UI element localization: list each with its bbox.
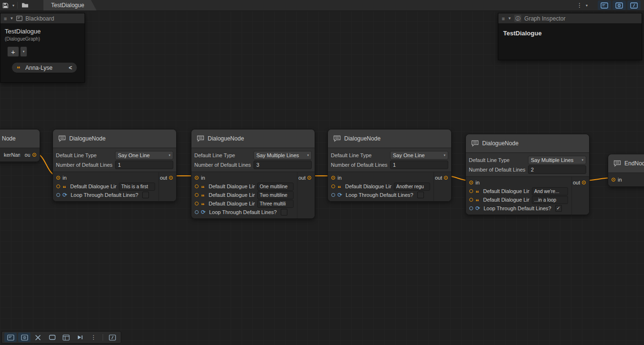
dialogue-line-port[interactable]: [469, 198, 473, 202]
lines-count-field[interactable]: 3: [253, 161, 312, 169]
dialogue-line-label: Default Dialogue Line 1: [483, 188, 529, 194]
dialogue-node-3[interactable]: DialogueNode Default Line Type Say One L…: [327, 129, 452, 202]
play-preview-button[interactable]: [74, 333, 86, 342]
line-type-value: Say One Line: [118, 152, 150, 158]
inspector-graph-name: TestDialogue: [503, 30, 637, 37]
output-port[interactable]: [169, 176, 173, 180]
dialogue-line-field[interactable]: This is a first: [119, 183, 155, 191]
node-header[interactable]: DialogueNode: [53, 129, 176, 148]
line-type-dropdown[interactable]: Say Multiple Lines ▾: [253, 151, 312, 160]
line-type-dropdown[interactable]: Say One Line ▾: [115, 151, 173, 160]
node-header[interactable]: DialogueNode: [191, 129, 315, 148]
chevron-left-icon[interactable]: <: [69, 65, 72, 71]
add-variable-dropdown[interactable]: ▾: [20, 46, 27, 57]
inspector-header[interactable]: ≡ ▼ ⓘ Graph Inspector: [498, 13, 642, 24]
dropdown-arrow-icon: ▾: [443, 153, 445, 157]
dialogue-node-2[interactable]: DialogueNode Default Line Type Say Multi…: [191, 129, 315, 219]
plus-icon: +: [11, 48, 15, 56]
lines-count-field[interactable]: 1: [390, 161, 448, 169]
input-port[interactable]: [56, 176, 60, 180]
node-header[interactable]: DialogueNode: [466, 134, 589, 153]
node-header[interactable]: DialogueNode: [328, 129, 451, 148]
node-header[interactable]: Node: [0, 129, 40, 148]
loop-label: Loop Through Default Lines?: [71, 192, 138, 198]
hamburger-icon[interactable]: ≡: [502, 16, 505, 22]
save-dropdown-button[interactable]: ▾: [11, 0, 16, 11]
loop-checkbox[interactable]: ✓: [555, 205, 562, 212]
lines-count-field[interactable]: 2: [528, 165, 586, 174]
in-port-label: in: [338, 175, 342, 181]
loop-port[interactable]: [469, 206, 473, 210]
dialogue-line-port[interactable]: [56, 184, 60, 188]
line-type-label: Default Line Type: [194, 152, 253, 158]
blackboard-header[interactable]: ≡ ▼ Blackboard: [0, 13, 84, 24]
speaker-node[interactable]: Node kerName out: [0, 129, 40, 162]
overflow-menu-button[interactable]: ⋮ ▾: [572, 2, 591, 9]
dialogue-line-field[interactable]: Two multiline: [257, 191, 294, 199]
end-node[interactable]: EndNode in: [608, 154, 644, 187]
blackboard-icon: [16, 16, 22, 21]
output-port[interactable]: [582, 181, 586, 184]
field-name: Anna-Lyse: [25, 65, 53, 71]
blackboard-field-anna-lyse[interactable]: “ Anna-Lyse <: [11, 62, 77, 73]
dialogue-line-field[interactable]: One multiline: [257, 183, 294, 191]
frame-selection-button[interactable]: [46, 333, 58, 342]
string-type-icon: “: [201, 196, 206, 198]
output-port[interactable]: [307, 176, 311, 180]
dialogue-node-1[interactable]: DialogueNode Default Line Type Say One L…: [53, 129, 177, 202]
loop-checkbox[interactable]: [142, 192, 149, 198]
line-type-dropdown[interactable]: Say One Line ▾: [390, 151, 448, 160]
tools-button[interactable]: [32, 333, 44, 342]
dialogue-node-4[interactable]: DialogueNode Default Line Type Say Multi…: [465, 134, 590, 215]
input-port[interactable]: [331, 176, 335, 180]
collapse-triangle-icon[interactable]: ▼: [507, 16, 511, 21]
line-type-dropdown[interactable]: Say Multiple Lines ▾: [528, 156, 586, 164]
input-port[interactable]: [612, 178, 615, 182]
toggle-inspector-button[interactable]: [18, 333, 31, 342]
toggle-inspector-button[interactable]: [612, 0, 626, 10]
dialogue-line-port[interactable]: [331, 184, 335, 188]
node-header[interactable]: EndNode: [608, 154, 644, 173]
loop-checkbox[interactable]: [417, 192, 424, 198]
lines-count-field[interactable]: 1: [115, 161, 173, 169]
dialogue-line-port[interactable]: [195, 184, 199, 188]
add-variable-button[interactable]: +: [7, 46, 19, 57]
dialogue-line-field[interactable]: And we're...: [532, 187, 568, 195]
line-type-label: Default Line Type: [331, 152, 390, 158]
open-folder-button[interactable]: [19, 0, 31, 11]
dialogue-line-port[interactable]: [469, 189, 473, 193]
toggle-blackboard-button[interactable]: [4, 333, 17, 342]
loop-port[interactable]: [56, 193, 60, 197]
dialogue-line-field[interactable]: ...in a loop: [532, 196, 568, 204]
dialogue-line-port[interactable]: [195, 202, 199, 205]
output-port[interactable]: [32, 153, 36, 157]
in-port-label: in: [63, 175, 67, 181]
input-port[interactable]: [469, 181, 473, 184]
dialogue-line-field[interactable]: Another regu: [394, 183, 430, 191]
toggle-blackboard-button[interactable]: [598, 0, 611, 10]
code-panel-icon: [109, 334, 116, 341]
blackboard-icon: [7, 334, 14, 341]
loop-checkbox[interactable]: [281, 209, 287, 216]
loop-port[interactable]: [331, 193, 335, 197]
collapse-triangle-icon[interactable]: ▼: [10, 16, 13, 21]
dialogue-line-port[interactable]: [195, 193, 199, 197]
top-toolbar: ▾ TestDialogue ⋮ ▾: [0, 0, 644, 11]
line-type-value: Say Multiple Lines: [256, 152, 299, 158]
output-port[interactable]: [444, 176, 448, 180]
tab-testdialogue[interactable]: TestDialogue: [43, 0, 96, 11]
blackboard-body: TestDialogue (DialogueGraph) + ▾ “ Anna-…: [0, 24, 84, 73]
toggle-preview-button[interactable]: [627, 0, 641, 10]
input-port[interactable]: [195, 176, 199, 180]
code-preview-button[interactable]: [106, 333, 118, 342]
save-button[interactable]: [0, 0, 11, 11]
dialogue-line-label: Default Dialogue Line: [345, 183, 391, 189]
loop-port[interactable]: [195, 210, 199, 214]
panel-layout-button[interactable]: [60, 333, 72, 342]
string-type-icon: “: [17, 68, 22, 70]
lines-count-label: Number of Default Lines: [56, 162, 115, 168]
dialogue-line-label: Default Dialogue Line 2: [483, 197, 529, 203]
dialogue-line-field[interactable]: Three multili: [257, 200, 294, 208]
hamburger-icon[interactable]: ≡: [4, 16, 7, 22]
more-options-button[interactable]: ⋮: [87, 333, 100, 342]
